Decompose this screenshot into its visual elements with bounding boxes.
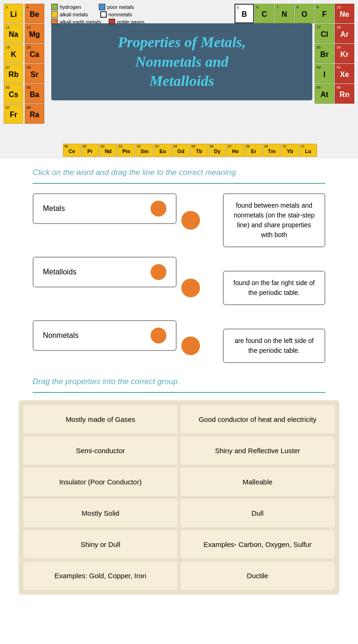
prop-mostly-gases[interactable]: Mostly made of Gases bbox=[23, 405, 178, 434]
legend-poor-metals: poor metals bbox=[107, 4, 134, 10]
prop-mostly-solid[interactable]: Mostly Solid bbox=[23, 499, 178, 527]
def1-connector-circle bbox=[181, 211, 200, 230]
prop-examples-metals[interactable]: Examples: Gold, Copper, Iron bbox=[23, 561, 178, 590]
prop-ductile[interactable]: Ductile bbox=[180, 561, 335, 590]
prop-good-conductor[interactable]: Good conductor of heat and electricity bbox=[180, 405, 335, 434]
def-row-2: found on the far right side of the perio… bbox=[181, 271, 325, 305]
def3-connector-circle bbox=[181, 336, 200, 355]
instruction1-text: Click on the word and drag the line to t… bbox=[33, 168, 325, 177]
def2-connector-circle bbox=[181, 279, 200, 297]
match-area: Metals Metalloids Nonmetals found betwee… bbox=[33, 193, 325, 363]
match-word-metalloids[interactable]: Metalloids bbox=[33, 257, 177, 287]
definition-1: found between metals and nonmetals (on t… bbox=[223, 193, 325, 247]
def-row-1: found between metals and nonmetals (on t… bbox=[181, 193, 325, 247]
match-word-nonmetals[interactable]: Nonmetals bbox=[33, 320, 177, 351]
instruction2-text: Drag the properties into the correct gro… bbox=[19, 377, 339, 386]
legend-nonmetals: nonmetals bbox=[109, 12, 132, 17]
lanthanide-row: 58Ce 59Pr 60Nd 61Pm 62Sm 63Eu 64Gd 65Tb … bbox=[63, 144, 317, 157]
metals-connector-circle bbox=[151, 201, 166, 217]
legend-alkali: alkali metals bbox=[60, 12, 88, 17]
left-words: Metals Metalloids Nonmetals bbox=[33, 193, 177, 351]
prop-shiny-dull[interactable]: Shiny or Dull bbox=[23, 530, 178, 559]
properties-grid: Mostly made of Gases Good conductor of h… bbox=[19, 400, 339, 595]
nonmetals-connector-circle bbox=[151, 328, 166, 343]
legend: hydrogen poor metals alkali metals nonme… bbox=[51, 4, 145, 25]
match-word-metals[interactable]: Metals bbox=[33, 193, 177, 224]
legend-hydrogen: hydrogen bbox=[60, 4, 81, 10]
page-title: Properties of Metals, Nonmetals and Meta… bbox=[51, 23, 312, 100]
prop-insulator[interactable]: Insulator (Poor Conductor) bbox=[23, 468, 178, 496]
prop-examples-nonmetals[interactable]: Examples- Carbon, Oxygen, Sulfur bbox=[180, 530, 335, 559]
metalloids-connector-circle bbox=[151, 264, 166, 280]
periodic-table-header: 3Li 11Na 19K 37Rb 55Cs 87Fr 4Be 12Mg 20C… bbox=[0, 0, 358, 159]
prop-semi-conductor[interactable]: Semi-conductor bbox=[23, 436, 178, 465]
prop-shiny-reflective[interactable]: Shiny and Reflective Luster bbox=[180, 436, 335, 465]
definition-3: are found on the left side of the period… bbox=[223, 329, 325, 363]
prop-malleable[interactable]: Malleable bbox=[180, 468, 335, 496]
matching-section: Click on the word and drag the line to t… bbox=[0, 159, 358, 368]
right-defs: found between metals and nonmetals (on t… bbox=[181, 193, 325, 363]
drag-section: Drag the properties into the correct gro… bbox=[0, 368, 358, 604]
def-row-3: are found on the left side of the period… bbox=[181, 329, 325, 363]
prop-dull[interactable]: Dull bbox=[180, 499, 335, 527]
definition-2: found on the far right side of the perio… bbox=[223, 271, 325, 305]
